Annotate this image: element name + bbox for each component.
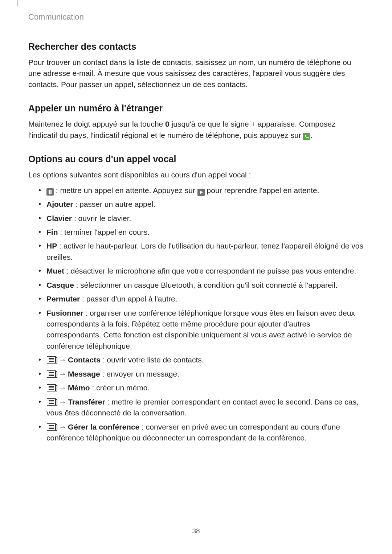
section-body-call-abroad: Maintenez le doigt appuyé sur la touche … (28, 119, 364, 141)
option-text: : passer un autre appel. (73, 200, 155, 208)
option-text: : envoyer un message. (100, 370, 179, 378)
text-fragment: . (310, 131, 313, 139)
section-body-search-contacts: Pour trouver un contact dans la liste de… (28, 57, 364, 90)
menu-icon (46, 384, 57, 391)
pause-icon (46, 188, 54, 196)
menu-icon (46, 398, 57, 406)
option-label: Gérer la conférence (68, 423, 139, 431)
option-text: : terminer l'appel en cours. (58, 228, 150, 236)
option-text: : ouvrir le clavier. (72, 214, 131, 222)
text-fragment: : mettre un appel en attente. Appuyez su… (54, 186, 197, 194)
section-title-call-abroad: Appeler un numéro à l'étranger (28, 103, 364, 114)
menu-icon (46, 423, 57, 431)
play-icon (197, 189, 205, 196)
arrow: → (57, 423, 68, 431)
text-fragment: pour reprendre l'appel en attente. (205, 186, 319, 194)
list-item: Muet : désactiver le microphone afin que… (38, 266, 364, 276)
call-icon (303, 133, 310, 140)
option-label: Muet (46, 267, 64, 275)
option-label: Fusionner (46, 309, 83, 317)
top-margin-tick (17, 0, 17, 7)
option-label: Casque (46, 281, 74, 289)
option-text: : ouvrir votre liste de contacts. (101, 356, 204, 364)
option-label: Fin (46, 228, 58, 236)
list-item: Clavier : ouvrir le clavier. (38, 213, 364, 224)
list-item: HP : activer le haut-parleur. Lors de l'… (38, 241, 364, 263)
option-label: Ajouter (46, 200, 73, 208)
option-text: : organiser une conférence téléphonique … (46, 309, 355, 350)
page-content: Communication Rechercher des contacts Po… (0, 0, 392, 443)
option-label: Permuter (46, 295, 80, 303)
option-text: : désactiver le microphone afin que votr… (64, 267, 356, 275)
option-label: HP (46, 242, 57, 250)
list-item: →Message : envoyer un message. (38, 369, 364, 379)
list-item: →Transférer : mettre le premier correspo… (38, 397, 364, 419)
list-item: : mettre un appel en attente. Appuyez su… (38, 185, 364, 196)
list-item: Ajouter : passer un autre appel. (38, 199, 364, 210)
arrow: → (57, 383, 68, 392)
option-text: : activer le haut-parleur. Lors de l'uti… (46, 242, 363, 261)
section-title-call-options: Options au cours d'un appel vocal (28, 154, 364, 164)
option-text: : sélectionner un casque Bluetooth, à co… (74, 281, 338, 289)
text-fragment: Maintenez le doigt appuyé sur la touche (28, 120, 165, 128)
arrow: → (57, 370, 68, 378)
option-text: : passer d'un appel à l'autre. (80, 295, 177, 303)
options-list: : mettre un appel en attente. Appuyez su… (28, 185, 364, 444)
option-label: Message (68, 370, 100, 378)
menu-icon (46, 370, 57, 378)
list-item: Casque : sélectionner un casque Bluetoot… (38, 280, 364, 291)
list-item: Permuter : passer d'un appel à l'autre. (38, 294, 364, 304)
list-item: Fusionner : organiser une conférence tél… (38, 308, 364, 352)
list-item: Fin : terminer l'appel en cours. (38, 227, 364, 238)
option-label: Clavier (46, 214, 72, 222)
option-label: Mémo (68, 383, 90, 392)
list-item: →Contacts : ouvrir votre liste de contac… (38, 354, 364, 365)
list-item: →Gérer la conférence : converser en priv… (38, 422, 364, 444)
section-title-search-contacts: Rechercher des contacts (28, 41, 364, 52)
arrow: → (57, 398, 68, 406)
menu-icon (46, 356, 57, 364)
list-item: →Mémo : créer un mémo. (38, 382, 364, 393)
option-label: Transférer (68, 398, 105, 406)
option-label: Contacts (68, 356, 101, 364)
arrow: → (57, 356, 68, 364)
breadcrumb: Communication (28, 12, 364, 22)
page-number: 38 (0, 527, 392, 535)
key-zero: 0 (165, 120, 170, 128)
option-text: : créer un mémo. (90, 383, 150, 392)
section-intro-call-options: Les options suivantes sont disponibles a… (28, 169, 364, 180)
